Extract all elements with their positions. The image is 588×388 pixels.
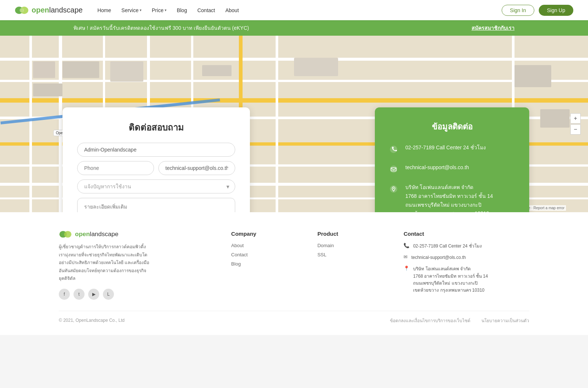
terms-link[interactable]: ข้อตกลงและเงื่อนไขการบริการของเว็บไซต์ — [390, 317, 470, 324]
subject-select-wrap: แจ้งปัญหาการใช้งาน ▾ — [77, 179, 235, 193]
nav-blog[interactable]: Blog — [177, 7, 187, 13]
navbar: openlandscape Home Service▾ Price▾ Blog … — [0, 0, 588, 20]
promo-banner: พิเศษ ! สมัครวันนี้รับเครดิตทดลองใช้งานฟ… — [0, 20, 588, 36]
footer-address-text: บริษัท โอเพ่นแลนด์สเคพ จำกัด 1768 อาคารไ… — [413, 266, 488, 294]
svg-point-2 — [19, 8, 24, 13]
footer-bottom: © 2021, OpenLandscape Co., Ltd ข้อตกลงแล… — [59, 311, 529, 324]
footer-contact-link[interactable]: Contact — [231, 252, 310, 257]
email-text: technical-support@ols.co.th — [405, 163, 469, 172]
footer-facebook-button[interactable]: f — [59, 289, 70, 300]
footer-domain-link[interactable]: Domain — [318, 243, 397, 248]
footer-top: openlandscape ผู้เชี่ยวชาญด้านการให้บริก… — [59, 231, 529, 300]
promo-text: พิเศษ ! สมัครวันนี้รับเครดิตทดลองใช้งานฟ… — [74, 24, 249, 32]
footer-contact-col: Contact 📞 02-257-7189 Call Center 24 ชั่… — [404, 231, 529, 300]
logo-text: openlandscape — [32, 6, 83, 14]
map-zoom-in-button[interactable]: + — [570, 113, 581, 124]
price-caret-icon: ▾ — [165, 8, 166, 12]
footer-product-title: Product — [318, 231, 397, 237]
location-icon — [388, 183, 399, 195]
signup-button[interactable]: Sign Up — [539, 5, 573, 16]
svg-point-12 — [64, 231, 71, 238]
map-area: OpenLandscape © + − ©2022 Google · Terms… — [0, 36, 588, 212]
address-text: บริษัท โอเพ่นแลนด์สเคพ จำกัด 1768 อาคารไ… — [405, 183, 493, 212]
phone-input[interactable] — [77, 161, 154, 175]
footer-ssl-link[interactable]: SSL — [318, 252, 397, 257]
footer-email-item: ✉ technical-support@ols.co.th — [404, 254, 522, 261]
footer-location-icon: 📍 — [404, 266, 409, 271]
footer-logo: openlandscape — [59, 231, 216, 238]
map-block — [294, 58, 338, 76]
phone-icon — [388, 143, 399, 155]
form-row-phone-email — [77, 161, 235, 175]
info-card-title: ข้อมูลติดต่อ — [388, 120, 516, 133]
map-road — [0, 80, 588, 82]
service-caret-icon: ▾ — [140, 8, 141, 12]
footer-contact-title: Contact — [404, 231, 522, 237]
nav-about[interactable]: About — [225, 7, 239, 13]
map-road — [29, 36, 32, 212]
footer-twitter-button[interactable]: t — [74, 289, 85, 300]
contact-info-card: ข้อมูลติดต่อ 02-257-7189 Call Center 24 … — [375, 107, 529, 212]
svg-point-10 — [393, 188, 394, 189]
map-zoom-controls: + − — [570, 113, 581, 135]
map-block — [62, 61, 99, 78]
map-block — [110, 61, 143, 82]
address-info-item: บริษัท โอเพ่นแลนด์สเคพ จำกัด 1768 อาคารไ… — [388, 183, 516, 212]
footer-youtube-button[interactable]: ▶ — [88, 289, 99, 300]
footer-about-link[interactable]: About — [231, 243, 310, 248]
footer-address-item: 📍 บริษัท โอเพ่นแลนด์สเคพ จำกัด 1768 อาคา… — [404, 266, 522, 294]
footer-company-col: Company About Contact Blog — [231, 231, 318, 300]
signin-button[interactable]: Sign In — [502, 5, 535, 16]
map-block — [202, 65, 232, 76]
promo-link[interactable]: สมัครสมาชิกกับเรา — [472, 24, 514, 32]
contact-form-title: ติดต่อสอบถาม — [77, 120, 235, 135]
footer-logo-icon — [59, 231, 72, 238]
map-road-yellow — [0, 98, 588, 103]
footer-bottom-links: ข้อตกลงและเงื่อนไขการบริการของเว็บไซต์ น… — [390, 317, 529, 324]
footer-phone-icon: 📞 — [404, 243, 409, 248]
phone-text: 02-257-7189 Call Center 24 ชั่วโมง — [405, 143, 486, 152]
map-block — [514, 65, 551, 87]
nav-service[interactable]: Service▾ — [121, 7, 141, 13]
map-road — [59, 36, 62, 212]
email-input[interactable] — [158, 161, 235, 175]
footer-email-icon: ✉ — [404, 254, 408, 260]
contact-form-card: ติดต่อสอบถาม แจ้งปัญหาการใช้งาน ▾ แนบไฟล… — [62, 107, 250, 212]
nav-links: Home Service▾ Price▾ Blog Contact About — [97, 7, 502, 13]
phone-info-item: 02-257-7189 Call Center 24 ชั่วโมง — [388, 143, 516, 155]
map-block — [540, 109, 570, 128]
detail-textarea[interactable] — [77, 198, 235, 212]
navbar-actions: Sign In Sign Up — [502, 5, 573, 16]
map-block — [33, 61, 55, 78]
footer: openlandscape ผู้เชี่ยวชาญด้านการให้บริก… — [0, 212, 588, 335]
map-zoom-out-button[interactable]: − — [570, 124, 581, 135]
footer-company-title: Company — [231, 231, 310, 237]
map-block — [33, 83, 62, 96]
map-road — [276, 36, 278, 212]
footer-phone-item: 📞 02-257-7189 Call Center 24 ชั่วโมง — [404, 243, 522, 250]
nav-price[interactable]: Price▾ — [152, 7, 166, 13]
footer-blog-link[interactable]: Blog — [231, 261, 310, 267]
footer-description: ผู้เชี่ยวชาญด้านการให้บริการกลาวด์คอมพิว… — [59, 243, 154, 283]
nav-contact[interactable]: Contact — [197, 7, 215, 13]
name-input[interactable] — [77, 143, 235, 157]
logo[interactable]: openlandscape — [15, 6, 83, 14]
footer-product-col: Product Domain SSL — [318, 231, 404, 300]
copyright-text: © 2021, OpenLandscape Co., Ltd — [59, 318, 125, 323]
footer-logo-text: openlandscape — [75, 231, 118, 238]
email-icon — [388, 163, 399, 175]
subject-select[interactable]: แจ้งปัญหาการใช้งาน — [77, 179, 235, 193]
privacy-link[interactable]: นโยบายความเป็นส่วนตัว — [481, 317, 529, 324]
footer-brand-col: openlandscape ผู้เชี่ยวชาญด้านการให้บริก… — [59, 231, 231, 300]
footer-social-icons: f t ▶ L — [59, 289, 216, 300]
email-info-item: technical-support@ols.co.th — [388, 163, 516, 175]
footer-line-button[interactable]: L — [103, 289, 114, 300]
logo-icon — [15, 6, 29, 14]
footer-phone-text: 02-257-7189 Call Center 24 ชั่วโมง — [413, 243, 481, 250]
nav-home[interactable]: Home — [97, 7, 111, 13]
footer-email-text: technical-support@ols.co.th — [411, 254, 466, 261]
